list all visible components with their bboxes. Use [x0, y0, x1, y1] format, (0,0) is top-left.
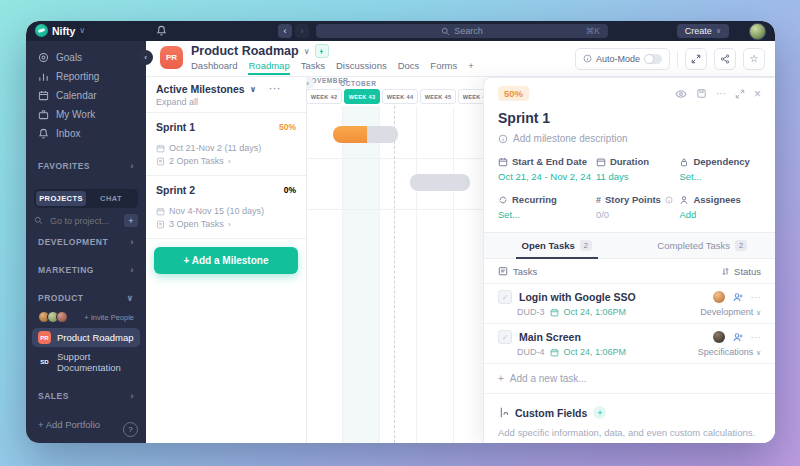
field-value-assignees[interactable]: Add — [679, 209, 761, 220]
tab-docs[interactable]: Docs — [398, 60, 420, 75]
field-value-recurring[interactable]: Set... — [498, 209, 596, 220]
tab-forms[interactable]: Forms — [430, 60, 457, 75]
task-title[interactable]: Main Screen — [519, 331, 706, 343]
scroll-timeline-left-button[interactable]: ‹ — [306, 77, 314, 89]
workflow-boost-icon[interactable] — [315, 44, 329, 58]
task-checkbox[interactable]: ✓ — [498, 290, 512, 304]
milestone-row-sprint-1[interactable]: Sprint 1 50% Oct 21-Nov 2 (11 days) 2 Op… — [146, 113, 306, 176]
milestone-title[interactable]: Sprint 1 — [498, 110, 761, 126]
assignee-avatar[interactable] — [713, 331, 725, 343]
tab-chat[interactable]: CHAT — [86, 191, 136, 206]
field-value-story-points[interactable]: 0/0 — [596, 209, 679, 220]
back-button[interactable]: ‹ — [278, 24, 292, 38]
add-assignee-icon[interactable] — [732, 291, 744, 303]
task-checkbox[interactable]: ✓ — [498, 330, 512, 344]
field-value-dates[interactable]: Oct 21, 24 - Nov 2, 24 — [498, 171, 596, 182]
auto-mode-control[interactable]: Auto-Mode — [575, 48, 670, 70]
week-chip-45[interactable]: WEEK 45 — [420, 89, 456, 104]
favorite-star-button[interactable]: ☆ — [743, 48, 765, 70]
sidebar-group-marketing[interactable]: MARKETING › — [26, 259, 146, 281]
help-button[interactable]: ? — [123, 422, 138, 437]
chevron-down-icon[interactable]: ∨ — [250, 85, 257, 94]
milestone-open-tasks-link[interactable]: 2 Open Tasks — [169, 156, 224, 166]
add-project-button[interactable]: + — [124, 214, 138, 227]
project-search-input[interactable] — [48, 215, 119, 227]
field-value-dependency[interactable]: Set... — [679, 171, 761, 182]
task-status-dropdown[interactable]: Specifications ∨ — [698, 347, 761, 357]
project-header: PR Product Roadmap ∨ Dashboard Roadmap T… — [146, 41, 775, 77]
milestone-row-sprint-2[interactable]: Sprint 2 0% Nov 4-Nov 15 (10 days) 3 Ope… — [146, 176, 306, 239]
week-chip-44[interactable]: WEEK 44 — [382, 89, 418, 104]
create-button[interactable]: Create ∨ — [677, 24, 729, 38]
expand-view-button[interactable] — [685, 48, 707, 70]
sidebar-group-sales[interactable]: SALES › — [26, 385, 146, 407]
task-due-date[interactable]: Oct 24, 1:06PM — [564, 307, 627, 317]
task-row-main-screen[interactable]: ✓ Main Screen ··· DUD-4 Oct 24, 1:06PM S… — [484, 324, 775, 364]
task-due-date[interactable]: Oct 24, 1:06PM — [564, 347, 627, 357]
description-placeholder: Add milestone description — [513, 133, 628, 144]
task-status-dropdown[interactable]: Development ∨ — [700, 307, 761, 317]
tab-dashboard[interactable]: Dashboard — [191, 60, 237, 75]
watch-button[interactable] — [675, 88, 687, 100]
sidebar-item-goals[interactable]: Goals — [26, 48, 146, 67]
chevron-down-icon: ∨ — [79, 26, 85, 35]
add-description-field[interactable]: Add milestone description — [498, 133, 761, 144]
sidebar-group-product[interactable]: PRODUCT ∨ — [26, 287, 146, 309]
sidebar-project-product-roadmap[interactable]: PR Product Roadmap — [32, 328, 140, 347]
share-button[interactable] — [714, 48, 736, 70]
project-avatar[interactable]: PR — [160, 46, 183, 69]
milestone-open-tasks-link[interactable]: 3 Open Tasks — [169, 219, 224, 229]
tab-roadmap[interactable]: Roadmap — [248, 60, 289, 75]
gantt-bar-sprint-1[interactable] — [333, 126, 398, 143]
sidebar-item-inbox[interactable]: Inbox — [26, 124, 146, 143]
collapse-sidebar-button[interactable]: ‹ — [138, 50, 153, 65]
auto-mode-toggle[interactable] — [644, 54, 662, 64]
tab-discussions[interactable]: Discussions — [336, 60, 387, 75]
sidebar-item-reporting[interactable]: Reporting — [26, 67, 146, 86]
top-bar: Nifty ∨ ‹ › Search ⌘K Create ∨ — [26, 21, 775, 41]
expand-panel-button[interactable] — [735, 89, 745, 99]
sidebar-item-calendar[interactable]: Calendar — [26, 86, 146, 105]
field-value-duration[interactable]: 11 days — [596, 171, 679, 182]
sidebar-item-my-work[interactable]: My Work — [26, 105, 146, 124]
close-panel-button[interactable]: × — [754, 87, 761, 101]
diagonal-arrows-icon — [735, 89, 745, 99]
task-menu-button[interactable]: ··· — [751, 332, 762, 342]
milestones-menu-button[interactable]: ··· — [269, 84, 281, 94]
week-chip-43-current[interactable]: WEEK 43 — [344, 89, 380, 104]
chevron-right-icon: › — [228, 220, 231, 229]
add-tab-button[interactable]: + — [468, 60, 474, 75]
add-milestone-button[interactable]: + Add a Milestone — [154, 247, 298, 274]
global-search-input[interactable]: Search ⌘K — [316, 24, 608, 38]
project-badge: SD — [38, 356, 51, 369]
chevron-down-icon[interactable]: ∨ — [304, 47, 310, 56]
user-avatar[interactable] — [749, 23, 766, 40]
status-column[interactable]: Status — [721, 266, 761, 277]
task-title[interactable]: Login with Google SSO — [519, 291, 706, 303]
tab-completed-tasks[interactable]: Completed Tasks 2 — [630, 233, 776, 258]
text-cursor-icon — [498, 407, 509, 418]
sidebar-section-favorites[interactable]: FAVORITES › — [26, 155, 146, 177]
recurring-icon — [498, 195, 508, 205]
week-chip-42[interactable]: WEEK 42 — [306, 89, 342, 104]
notifications-bell-icon[interactable] — [156, 25, 167, 36]
more-options-button[interactable]: ··· — [716, 88, 726, 99]
gantt-bar-sprint-2[interactable] — [410, 174, 470, 191]
milestones-filter-label[interactable]: Active Milestones — [156, 83, 245, 95]
nifty-logo[interactable]: Nifty ∨ — [35, 24, 85, 37]
expand-all-link[interactable]: Expand all — [156, 97, 296, 107]
forward-button[interactable]: › — [295, 24, 309, 38]
tab-projects[interactable]: PROJECTS — [36, 191, 86, 206]
save-button[interactable] — [696, 88, 707, 99]
tab-open-tasks[interactable]: Open Tasks 2 — [484, 233, 630, 258]
invite-people-button[interactable]: + Invite People — [84, 313, 134, 322]
task-row-login-sso[interactable]: ✓ Login with Google SSO ··· DUD-3 Oct 24… — [484, 284, 775, 324]
add-assignee-icon[interactable] — [732, 331, 744, 343]
add-custom-field-button[interactable]: + — [593, 406, 606, 419]
task-menu-button[interactable]: ··· — [751, 292, 762, 302]
add-new-task-button[interactable]: + Add a new task... — [484, 364, 775, 394]
assignee-avatar[interactable] — [713, 291, 725, 303]
sidebar-group-development[interactable]: DEVELOPMENT › — [26, 231, 146, 253]
sidebar-project-support-documentation[interactable]: SD Support Documentation — [32, 348, 140, 376]
tab-tasks[interactable]: Tasks — [301, 60, 325, 75]
